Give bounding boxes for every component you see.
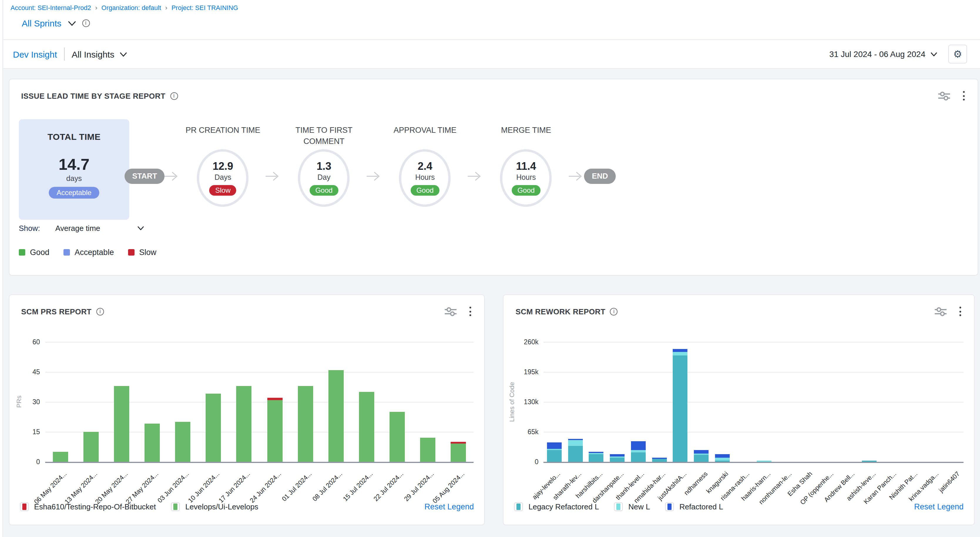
x-tick-label: 06 May 2024... — [33, 470, 68, 505]
bar-29 Jul 2024...[interactable] — [420, 438, 435, 462]
stage-pr-creation-time[interactable]: PR CREATION TIME 12.9 Days Slow — [180, 125, 266, 207]
all-insights-label: All Insights — [72, 49, 114, 59]
show-metric-dropdown[interactable]: Average time — [55, 224, 145, 233]
bar-thanh-level...[interactable] — [631, 441, 646, 462]
rework-bar-chart: Lines of Code 065k130k195k260k ajay-leve… — [504, 295, 974, 525]
legend-swatch — [19, 249, 25, 256]
gridline — [45, 402, 474, 402]
legend-item-New L[interactable]: New L — [614, 502, 650, 511]
bar-24 Jun 2024...[interactable] — [267, 398, 282, 462]
scm-prs-report-card: SCM PRS REPORT i PRs 015304560 06 May 20… — [9, 294, 485, 525]
legend-item-Legacy Refactored L[interactable]: Legacy Refactored L — [514, 502, 599, 511]
x-tick-label: 29 Jul 2024... — [402, 470, 435, 502]
dev-insight-link[interactable]: Dev Insight — [13, 49, 57, 59]
bar-segment-Levelops/Ui-Levelops — [359, 392, 374, 462]
legend-item-Esha610/Testing-Repo-Of-Bitbucket[interactable]: Esha610/Testing-Repo-Of-Bitbucket — [20, 502, 156, 511]
bar-justAkshitA...[interactable] — [673, 349, 688, 462]
breadcrumb-organization[interactable]: Organization: default — [101, 4, 161, 11]
bar-segment-Levelops/Ui-Levelops — [267, 400, 282, 462]
x-tick-label: 15 Jul 2024... — [341, 470, 374, 502]
bar-segment-Esha610/Testing-Repo-Of-Bitbucket — [451, 442, 466, 444]
bar-15 Jul 2024...[interactable] — [359, 392, 374, 462]
bar-01 Jul 2024...[interactable] — [298, 386, 313, 462]
bar-segment-Refactored L — [547, 443, 562, 448]
bar-harshilbits...[interactable] — [589, 452, 604, 462]
x-tick-label: 20 May 2024... — [94, 470, 129, 505]
date-range-picker[interactable]: 31 Jul 2024 - 06 Aug 2024 — [829, 49, 938, 59]
legend-item-Refactored L[interactable]: Refactored L — [665, 502, 723, 511]
y-tick-label: 130k — [524, 398, 538, 405]
gridline — [45, 432, 474, 432]
bar-sharath-lev...[interactable] — [568, 439, 582, 462]
stage-value: 1.3 — [317, 160, 331, 173]
sprint-selector-label[interactable]: All Sprints — [22, 18, 61, 28]
chevron-down-icon — [930, 51, 938, 57]
y-axis-title: Lines of Code — [509, 342, 515, 462]
x-tick-label: 03 Jun 2024... — [156, 470, 190, 504]
bar-22 Jul 2024...[interactable] — [390, 412, 405, 462]
x-tick-label: jatin6407 — [937, 470, 961, 494]
bar-segment-Legacy Refactored L — [652, 459, 667, 462]
bar-segment-Esha610/Testing-Repo-Of-Bitbucket — [267, 398, 282, 400]
bar-segment-New L — [568, 440, 582, 446]
date-range-label: 31 Jul 2024 - 06 Aug 2024 — [829, 49, 925, 59]
legend-swatch — [665, 502, 674, 511]
filter-sliders-icon[interactable] — [938, 91, 950, 101]
bar-27 May 2024...[interactable] — [145, 424, 160, 462]
stage-approval-time[interactable]: APPROVAL TIME 2.4 Hours Good — [382, 125, 468, 207]
stage-time-to-first-comment[interactable]: TIME TO FIRST COMMENT 1.3 Day Good — [281, 125, 367, 207]
bar-segment-Levelops/Ui-Levelops — [114, 386, 129, 462]
bar-06 May 2024...[interactable] — [53, 452, 68, 462]
y-tick-label: 45 — [32, 369, 40, 375]
bar-segment-Legacy Refactored L — [631, 452, 646, 462]
bar-17 Jun 2024...[interactable] — [237, 386, 252, 462]
gear-icon: ⚙ — [953, 48, 963, 60]
gridline — [45, 342, 474, 343]
info-icon[interactable]: i — [170, 92, 178, 100]
reset-legend-link[interactable]: Reset Legend — [914, 502, 964, 511]
stage-value: 2.4 — [418, 160, 433, 173]
bar-ajay-levelo...[interactable] — [547, 443, 562, 462]
y-tick-label: 0 — [36, 458, 40, 466]
kebab-menu-icon[interactable] — [962, 90, 966, 102]
breadcrumb-project[interactable]: Project: SEI TRAINING — [172, 4, 238, 11]
bar-03 Jun 2024...[interactable] — [175, 422, 191, 462]
info-icon[interactable]: i — [82, 19, 90, 27]
stage-name: PR CREATION TIME — [186, 125, 260, 147]
gridline — [544, 402, 964, 402]
bar-segment-Levelops/Ui-Levelops — [145, 424, 160, 462]
bar-nmahida-har...[interactable] — [652, 458, 667, 462]
reset-legend-link[interactable]: Reset Legend — [425, 502, 474, 511]
prs-bar-chart: PRs 015304560 06 May 2024...13 May 2024.… — [10, 295, 484, 525]
bar-segment-Levelops/Ui-Levelops — [298, 386, 313, 462]
legend-item-Levelops/Ui-Levelops[interactable]: Levelops/Ui-Levelops — [171, 502, 259, 511]
stage-unit: Day — [318, 173, 331, 181]
total-time-unit: days — [19, 175, 129, 183]
legend-swatch — [64, 249, 70, 256]
bar-segment-Levelops/Ui-Levelops — [451, 444, 466, 462]
stage-merge-time[interactable]: MERGE TIME 11.4 Hours Good — [483, 125, 569, 207]
legend-swatch — [128, 249, 135, 256]
all-insights-dropdown[interactable]: All Insights — [72, 49, 127, 59]
breadcrumb-account[interactable]: Account: SEI-Internal-Prod2 — [11, 4, 91, 11]
bar-darshanpate...[interactable] — [610, 454, 625, 462]
legend-label: New L — [628, 502, 650, 511]
stage-unit: Hours — [415, 173, 435, 181]
settings-gear-button[interactable]: ⚙ — [948, 44, 967, 64]
top-bar: Account: SEI-Internal-Prod2 › Organizati… — [3, 0, 980, 40]
x-tick-label: 22 Jul 2024... — [372, 470, 404, 502]
sprint-selector[interactable]: All Sprints i — [22, 18, 90, 28]
bar-knagurski[interactable] — [715, 454, 730, 462]
y-tick-label: 60 — [32, 338, 40, 345]
bar-segment-New L — [631, 450, 646, 452]
card-title: ISSUE LEAD TIME BY STAGE REPORT — [21, 91, 165, 100]
bar-20 May 2024...[interactable] — [114, 386, 129, 462]
bar-13 May 2024...[interactable] — [83, 432, 99, 462]
bar-08 Jul 2024...[interactable] — [328, 370, 344, 462]
bar-ndharness[interactable] — [694, 450, 709, 462]
show-label: Show: — [19, 224, 40, 233]
lead-time-legend: Good Acceptable Slow — [19, 248, 156, 257]
bar-10 Jun 2024...[interactable] — [206, 394, 221, 462]
bar-05 Aug 2024...[interactable] — [451, 442, 466, 462]
chevron-down-icon[interactable] — [67, 20, 76, 26]
